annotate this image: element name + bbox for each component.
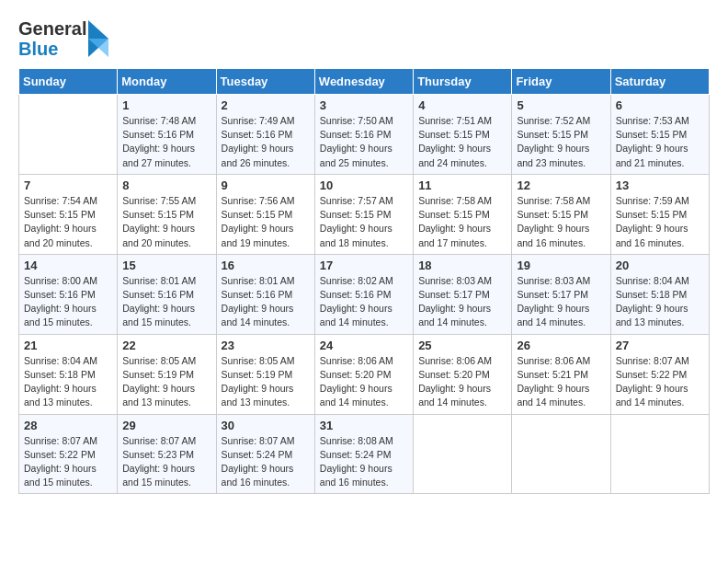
- daylight-label: Daylight: 9 hours and 15 minutes.: [24, 463, 97, 488]
- day-cell: 20 Sunrise: 8:04 AM Sunset: 5:18 PM Dayl…: [610, 254, 709, 334]
- logo: General Blue: [18, 18, 108, 59]
- day-info: Sunrise: 8:03 AM Sunset: 5:17 PM Dayligh…: [517, 274, 605, 330]
- sunset-label: Sunset: 5:15 PM: [222, 209, 293, 220]
- calendar-header: SundayMondayTuesdayWednesdayThursdayFrid…: [19, 69, 710, 95]
- daylight-label: Daylight: 9 hours and 27 minutes.: [122, 143, 195, 167]
- day-info: Sunrise: 8:03 AM Sunset: 5:17 PM Dayligh…: [418, 274, 506, 330]
- day-info: Sunrise: 7:52 AM Sunset: 5:15 PM Dayligh…: [517, 114, 605, 170]
- day-info: Sunrise: 7:58 AM Sunset: 5:15 PM Dayligh…: [517, 194, 605, 250]
- day-info: Sunrise: 8:02 AM Sunset: 5:16 PM Dayligh…: [320, 274, 408, 330]
- sunrise-label: Sunrise: 8:01 AM: [122, 275, 196, 286]
- sunrise-label: Sunrise: 8:04 AM: [24, 355, 97, 366]
- daylight-label: Daylight: 9 hours and 24 minutes.: [418, 143, 491, 167]
- page-header: General Blue: [18, 18, 710, 59]
- week-row-5: 28 Sunrise: 8:07 AM Sunset: 5:22 PM Dayl…: [19, 414, 710, 494]
- day-cell: 18 Sunrise: 8:03 AM Sunset: 5:17 PM Dayl…: [414, 254, 512, 334]
- day-number: 6: [616, 98, 704, 112]
- day-cell: 17 Sunrise: 8:02 AM Sunset: 5:16 PM Dayl…: [314, 254, 413, 334]
- sunrise-label: Sunrise: 7:49 AM: [222, 115, 295, 126]
- day-number: 7: [24, 178, 112, 192]
- day-info: Sunrise: 7:54 AM Sunset: 5:15 PM Dayligh…: [24, 194, 112, 250]
- daylight-label: Daylight: 9 hours and 20 minutes.: [122, 223, 195, 247]
- day-number: 17: [320, 259, 408, 272]
- daylight-label: Daylight: 9 hours and 14 minutes.: [320, 383, 392, 408]
- sunset-label: Sunset: 5:16 PM: [24, 289, 96, 300]
- day-number: 20: [616, 259, 704, 272]
- day-number: 9: [222, 178, 310, 192]
- sunset-label: Sunset: 5:17 PM: [517, 289, 588, 300]
- sunrise-label: Sunrise: 8:08 AM: [320, 435, 393, 446]
- day-number: 31: [320, 419, 408, 432]
- sunrise-label: Sunrise: 8:03 AM: [418, 275, 492, 286]
- sunrise-label: Sunrise: 8:07 AM: [616, 355, 689, 366]
- day-cell: 10 Sunrise: 7:57 AM Sunset: 5:15 PM Dayl…: [314, 174, 413, 254]
- day-cell: [512, 414, 610, 494]
- sunset-label: Sunset: 5:15 PM: [517, 129, 588, 140]
- day-cell: 1 Sunrise: 7:48 AM Sunset: 5:16 PM Dayli…: [118, 95, 216, 175]
- calendar-body: 1 Sunrise: 7:48 AM Sunset: 5:16 PM Dayli…: [19, 95, 710, 494]
- logo-text-stack: General Blue: [18, 18, 86, 59]
- sunset-label: Sunset: 5:16 PM: [122, 289, 194, 300]
- sunrise-label: Sunrise: 8:01 AM: [222, 275, 295, 286]
- daylight-label: Daylight: 9 hours and 16 minutes.: [320, 463, 392, 488]
- daylight-label: Daylight: 9 hours and 14 minutes.: [616, 383, 688, 408]
- sunrise-label: Sunrise: 7:58 AM: [517, 195, 590, 206]
- sunrise-label: Sunrise: 8:03 AM: [517, 275, 590, 286]
- sunrise-label: Sunrise: 8:00 AM: [24, 275, 97, 286]
- sunrise-label: Sunrise: 8:06 AM: [418, 355, 492, 366]
- day-info: Sunrise: 8:08 AM Sunset: 5:24 PM Dayligh…: [320, 434, 408, 490]
- weekday-header-sunday: Sunday: [19, 69, 118, 95]
- day-cell: 3 Sunrise: 7:50 AM Sunset: 5:16 PM Dayli…: [314, 95, 413, 175]
- day-info: Sunrise: 8:05 AM Sunset: 5:19 PM Dayligh…: [122, 354, 210, 410]
- day-number: 3: [320, 98, 408, 112]
- day-cell: 30 Sunrise: 8:07 AM Sunset: 5:24 PM Dayl…: [216, 414, 314, 494]
- day-info: Sunrise: 8:01 AM Sunset: 5:16 PM Dayligh…: [122, 274, 210, 330]
- daylight-label: Daylight: 9 hours and 17 minutes.: [418, 223, 491, 247]
- day-info: Sunrise: 8:04 AM Sunset: 5:18 PM Dayligh…: [24, 354, 112, 410]
- day-number: 28: [24, 419, 112, 432]
- daylight-label: Daylight: 9 hours and 13 minutes.: [122, 383, 195, 408]
- day-info: Sunrise: 8:01 AM Sunset: 5:16 PM Dayligh…: [222, 274, 310, 330]
- day-info: Sunrise: 8:07 AM Sunset: 5:24 PM Dayligh…: [222, 434, 310, 490]
- daylight-label: Daylight: 9 hours and 23 minutes.: [517, 143, 589, 167]
- day-number: 21: [24, 339, 112, 352]
- day-info: Sunrise: 7:51 AM Sunset: 5:15 PM Dayligh…: [418, 114, 506, 170]
- sunset-label: Sunset: 5:15 PM: [320, 209, 392, 220]
- sunset-label: Sunset: 5:15 PM: [616, 209, 688, 220]
- sunrise-label: Sunrise: 7:50 AM: [320, 115, 393, 126]
- day-cell: 4 Sunrise: 7:51 AM Sunset: 5:15 PM Dayli…: [414, 95, 512, 175]
- day-cell: 27 Sunrise: 8:07 AM Sunset: 5:22 PM Dayl…: [610, 334, 709, 414]
- week-row-1: 1 Sunrise: 7:48 AM Sunset: 5:16 PM Dayli…: [19, 95, 710, 175]
- weekday-header-saturday: Saturday: [610, 69, 709, 95]
- sunset-label: Sunset: 5:15 PM: [24, 209, 96, 220]
- daylight-label: Daylight: 9 hours and 21 minutes.: [616, 143, 688, 167]
- daylight-label: Daylight: 9 hours and 15 minutes.: [24, 303, 97, 327]
- day-info: Sunrise: 7:53 AM Sunset: 5:15 PM Dayligh…: [616, 114, 704, 170]
- day-number: 24: [320, 339, 408, 352]
- day-number: 1: [122, 98, 210, 112]
- day-cell: 8 Sunrise: 7:55 AM Sunset: 5:15 PM Dayli…: [118, 174, 216, 254]
- weekday-header-wednesday: Wednesday: [314, 69, 413, 95]
- logo-chevron-icon: [88, 20, 108, 57]
- day-cell: 5 Sunrise: 7:52 AM Sunset: 5:15 PM Dayli…: [512, 95, 610, 175]
- weekday-header-tuesday: Tuesday: [216, 69, 314, 95]
- day-cell: 9 Sunrise: 7:56 AM Sunset: 5:15 PM Dayli…: [216, 174, 314, 254]
- week-row-4: 21 Sunrise: 8:04 AM Sunset: 5:18 PM Dayl…: [19, 334, 710, 414]
- day-info: Sunrise: 7:55 AM Sunset: 5:15 PM Dayligh…: [122, 194, 210, 250]
- daylight-label: Daylight: 9 hours and 14 minutes.: [517, 303, 589, 327]
- sunset-label: Sunset: 5:15 PM: [418, 209, 490, 220]
- logo-general: General: [18, 18, 86, 39]
- sunset-label: Sunset: 5:19 PM: [122, 369, 194, 380]
- day-number: 13: [616, 178, 704, 192]
- daylight-label: Daylight: 9 hours and 14 minutes.: [320, 303, 392, 327]
- sunset-label: Sunset: 5:15 PM: [517, 209, 588, 220]
- sunset-label: Sunset: 5:15 PM: [418, 129, 490, 140]
- day-info: Sunrise: 8:06 AM Sunset: 5:21 PM Dayligh…: [517, 354, 605, 410]
- sunrise-label: Sunrise: 7:52 AM: [517, 115, 590, 126]
- daylight-label: Daylight: 9 hours and 13 minutes.: [616, 303, 688, 327]
- sunset-label: Sunset: 5:19 PM: [222, 369, 293, 380]
- sunset-label: Sunset: 5:16 PM: [222, 289, 293, 300]
- day-info: Sunrise: 8:00 AM Sunset: 5:16 PM Dayligh…: [24, 274, 112, 330]
- daylight-label: Daylight: 9 hours and 13 minutes.: [222, 383, 294, 408]
- day-cell: [414, 414, 512, 494]
